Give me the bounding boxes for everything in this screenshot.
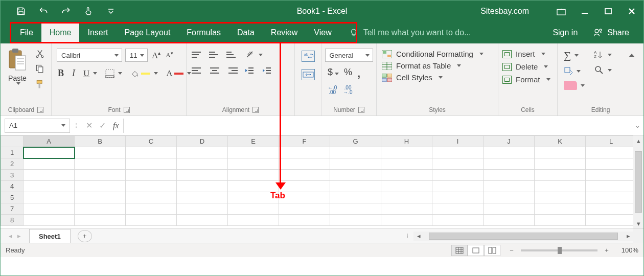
cell[interactable] bbox=[381, 147, 432, 158]
cell[interactable] bbox=[24, 192, 75, 203]
col-header[interactable]: K bbox=[535, 136, 586, 147]
undo-icon[interactable] bbox=[32, 1, 55, 22]
cell[interactable] bbox=[586, 158, 634, 170]
scroll-thumb[interactable] bbox=[635, 151, 642, 213]
cell[interactable] bbox=[24, 170, 75, 181]
tab-file[interactable]: File bbox=[12, 22, 41, 43]
select-all-corner[interactable] bbox=[1, 136, 24, 147]
cell[interactable] bbox=[484, 181, 535, 192]
sort-filter-button[interactable]: AZ bbox=[593, 50, 613, 60]
enter-formula-icon[interactable]: ✓ bbox=[96, 121, 109, 130]
cell[interactable] bbox=[177, 215, 228, 226]
expand-formula-bar-icon[interactable]: ⌄ bbox=[631, 122, 643, 129]
scroll-down-icon[interactable]: ▾ bbox=[634, 219, 642, 227]
cell[interactable] bbox=[75, 203, 126, 215]
cell[interactable] bbox=[228, 181, 279, 192]
orientation-icon[interactable]: ab bbox=[244, 50, 264, 60]
share-button[interactable]: Share bbox=[585, 28, 637, 38]
cell-a1[interactable] bbox=[24, 147, 75, 158]
col-header[interactable]: A bbox=[24, 136, 75, 147]
format-as-table-button[interactable]: Format as Table bbox=[382, 61, 461, 70]
cell[interactable] bbox=[586, 147, 634, 158]
underline-button[interactable]: U bbox=[82, 68, 98, 79]
cell[interactable] bbox=[381, 181, 432, 192]
cell[interactable] bbox=[586, 203, 634, 215]
zoom-slider-thumb[interactable] bbox=[558, 247, 562, 254]
cell[interactable] bbox=[24, 215, 75, 226]
find-select-button[interactable] bbox=[593, 65, 613, 75]
col-header[interactable]: I bbox=[432, 136, 484, 147]
cell[interactable] bbox=[586, 192, 634, 203]
cell[interactable] bbox=[330, 192, 381, 203]
sheet-prev-icon[interactable]: ◂ bbox=[9, 232, 12, 240]
col-header[interactable]: G bbox=[330, 136, 381, 147]
page-layout-view-icon[interactable] bbox=[468, 245, 484, 256]
cell[interactable] bbox=[75, 170, 126, 181]
cell[interactable] bbox=[432, 181, 484, 192]
row-header[interactable]: 1 bbox=[1, 147, 24, 158]
vertical-scrollbar[interactable]: ▴ ▾ bbox=[633, 135, 643, 228]
cell[interactable] bbox=[126, 181, 177, 192]
tab-insert[interactable]: Insert bbox=[79, 22, 116, 43]
clear-button[interactable] bbox=[563, 81, 586, 90]
decrease-indent-icon[interactable] bbox=[244, 66, 255, 75]
new-sheet-icon[interactable]: + bbox=[78, 230, 92, 242]
wrap-text-icon[interactable]: ab bbox=[302, 51, 315, 62]
align-left-icon[interactable] bbox=[192, 66, 203, 75]
cell[interactable] bbox=[535, 147, 586, 158]
font-size-dropdown[interactable]: 11 bbox=[125, 49, 148, 62]
sheet-next-icon[interactable]: ▸ bbox=[17, 232, 21, 240]
sign-in-link[interactable]: Sign in bbox=[545, 28, 585, 37]
minimize-icon[interactable] bbox=[573, 1, 596, 22]
qat-customize-icon[interactable] bbox=[100, 1, 122, 22]
cell[interactable] bbox=[432, 192, 484, 203]
decrease-decimal-icon[interactable]: .00→.0 bbox=[343, 85, 352, 95]
cell[interactable] bbox=[279, 192, 330, 203]
insert-function-icon[interactable]: fx bbox=[109, 121, 123, 130]
cell[interactable] bbox=[432, 170, 484, 181]
format-painter-icon[interactable] bbox=[34, 79, 45, 89]
align-center-icon[interactable] bbox=[209, 66, 220, 75]
col-header[interactable]: B bbox=[75, 136, 126, 147]
cell[interactable] bbox=[228, 203, 279, 215]
dialog-launcher-icon[interactable] bbox=[358, 107, 364, 113]
align-right-icon[interactable] bbox=[226, 66, 238, 75]
font-name-dropdown[interactable]: Calibri bbox=[57, 49, 122, 62]
cell[interactable] bbox=[228, 158, 279, 170]
cell[interactable] bbox=[535, 170, 586, 181]
col-header[interactable]: C bbox=[126, 136, 177, 147]
cell[interactable] bbox=[484, 170, 535, 181]
decrease-font-icon[interactable]: A▾ bbox=[165, 51, 174, 59]
cell[interactable] bbox=[177, 147, 228, 158]
col-header[interactable]: H bbox=[381, 136, 432, 147]
fill-color-button[interactable] bbox=[129, 69, 159, 78]
scroll-right-icon[interactable]: ▸ bbox=[624, 232, 632, 240]
percent-format-icon[interactable]: % bbox=[344, 67, 352, 80]
cell[interactable] bbox=[279, 158, 330, 170]
copy-icon[interactable] bbox=[34, 64, 45, 74]
formula-input[interactable] bbox=[123, 119, 631, 133]
cell[interactable] bbox=[432, 215, 484, 226]
cell[interactable] bbox=[586, 181, 634, 192]
cell[interactable] bbox=[75, 181, 126, 192]
cell[interactable] bbox=[126, 215, 177, 226]
delete-cells-button[interactable]: Delete bbox=[502, 62, 548, 71]
conditional-formatting-button[interactable]: Conditional Formatting bbox=[382, 50, 484, 58]
increase-font-icon[interactable]: A▴ bbox=[151, 50, 162, 61]
italic-button[interactable]: I bbox=[71, 68, 76, 79]
dialog-launcher-icon[interactable] bbox=[124, 107, 130, 113]
cell[interactable] bbox=[177, 170, 228, 181]
number-format-dropdown[interactable]: General bbox=[325, 49, 373, 62]
tab-page-layout[interactable]: Page Layout bbox=[116, 22, 178, 43]
cell[interactable] bbox=[586, 215, 634, 226]
cell[interactable] bbox=[75, 158, 126, 170]
cancel-formula-icon[interactable]: ✕ bbox=[82, 121, 96, 130]
cell[interactable] bbox=[432, 158, 484, 170]
cell[interactable] bbox=[24, 203, 75, 215]
save-icon[interactable] bbox=[10, 1, 32, 22]
cell[interactable] bbox=[177, 192, 228, 203]
cell[interactable] bbox=[330, 181, 381, 192]
cell[interactable] bbox=[24, 158, 75, 170]
accounting-format-icon[interactable]: $ bbox=[328, 67, 339, 80]
maximize-icon[interactable] bbox=[596, 1, 620, 22]
